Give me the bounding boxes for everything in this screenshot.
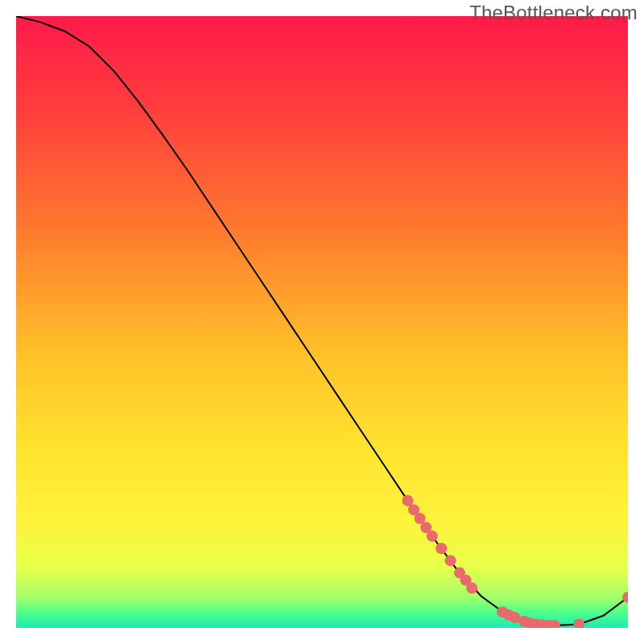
marker-point (415, 513, 426, 524)
marker-point (402, 495, 413, 506)
bottleneck-curve (16, 16, 628, 625)
watermark-text: TheBottleneck.com (469, 2, 638, 24)
marker-point (466, 583, 477, 594)
highlight-points (402, 495, 628, 628)
curve-layer (16, 16, 628, 628)
marker-point (573, 618, 584, 628)
plot-area (16, 16, 628, 628)
chart-container: { "watermark": "TheBottleneck.com", "cha… (0, 0, 644, 644)
marker-point (427, 530, 438, 542)
marker-point (436, 543, 447, 554)
marker-point (445, 555, 456, 566)
